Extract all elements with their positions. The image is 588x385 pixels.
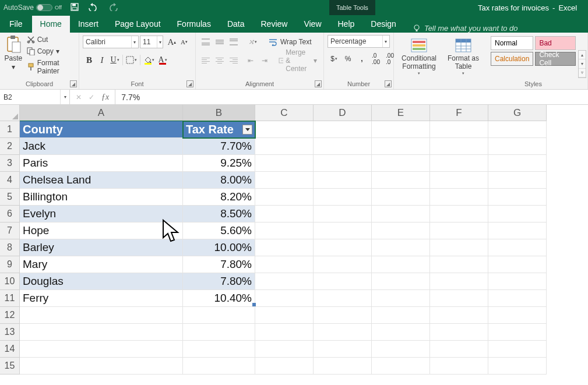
cell-G9[interactable] <box>488 256 547 273</box>
cell-G2[interactable] <box>488 138 547 155</box>
cell-G4[interactable] <box>488 172 547 189</box>
chevron-down-icon[interactable]: ▾ <box>157 36 163 48</box>
cell-A14[interactable] <box>20 341 183 358</box>
cell-G10[interactable] <box>488 273 547 290</box>
cell-C15[interactable] <box>255 358 314 375</box>
row-header-10[interactable]: 10 <box>0 273 20 290</box>
column-header-C[interactable]: C <box>255 105 314 121</box>
cell-F2[interactable] <box>430 138 488 155</box>
cell-A7[interactable]: Hope <box>20 222 183 239</box>
tab-data[interactable]: Data <box>219 16 253 33</box>
row-header-3[interactable]: 3 <box>0 155 20 172</box>
cell-E13[interactable] <box>372 324 430 341</box>
cell-F10[interactable] <box>430 273 488 290</box>
font-size-input[interactable] <box>140 38 157 46</box>
cell-B6[interactable]: 8.50% <box>183 206 255 222</box>
bold-button[interactable]: B <box>83 54 96 66</box>
style-normal[interactable]: Normal <box>491 36 533 50</box>
cell-A5[interactable]: Billington <box>20 189 183 206</box>
cell-F4[interactable] <box>430 172 488 189</box>
conditional-formatting-button[interactable]: Conditional Formatting▾ <box>397 35 441 76</box>
tab-view[interactable]: View <box>295 16 329 33</box>
cell-F7[interactable] <box>430 222 488 239</box>
row-header-11[interactable]: 11 <box>0 290 20 307</box>
column-header-G[interactable]: G <box>488 105 547 121</box>
cell-C1[interactable] <box>255 121 314 138</box>
cell-C4[interactable] <box>255 172 314 189</box>
align-top-button[interactable] <box>199 36 212 48</box>
cell-B15[interactable] <box>183 358 255 375</box>
cell-A8[interactable]: Barley <box>20 239 183 256</box>
cell-B7[interactable]: 5.60% <box>183 222 255 239</box>
cell-C14[interactable] <box>255 341 314 358</box>
cell-C3[interactable] <box>255 155 314 172</box>
cell-E2[interactable] <box>372 138 430 155</box>
name-box[interactable]: ▾ <box>0 90 70 104</box>
cell-A6[interactable]: Evelyn <box>20 206 183 222</box>
row-header-12[interactable]: 12 <box>0 307 20 324</box>
cell-G15[interactable] <box>488 358 547 375</box>
autosave-toggle[interactable]: AutoSave Off <box>3 3 62 12</box>
cell-F1[interactable] <box>430 121 488 138</box>
chevron-down-icon[interactable]: ▾ <box>131 36 138 48</box>
cell-E9[interactable] <box>372 256 430 273</box>
cell-F6[interactable] <box>430 206 488 222</box>
borders-button[interactable]: ▾ <box>124 54 139 66</box>
cell-A15[interactable] <box>20 358 183 375</box>
cell-A11[interactable]: Ferry <box>20 290 183 307</box>
cell-G8[interactable] <box>488 239 547 256</box>
formula-input[interactable] <box>115 90 588 104</box>
cell-G6[interactable] <box>488 206 547 222</box>
cell-G12[interactable] <box>488 307 547 324</box>
cell-D2[interactable] <box>314 138 372 155</box>
redo-button[interactable] <box>107 3 119 13</box>
select-all-triangle[interactable] <box>0 105 20 121</box>
row-header-2[interactable]: 2 <box>0 138 20 155</box>
align-bottom-button[interactable] <box>227 36 240 48</box>
tell-me-search[interactable]: Tell me what you want to do <box>413 24 518 33</box>
align-middle-button[interactable] <box>213 36 226 48</box>
cell-E12[interactable] <box>372 307 430 324</box>
number-format-combo[interactable]: ▾ <box>328 35 390 48</box>
cancel-formula-icon[interactable]: ✕ <box>76 93 82 101</box>
cell-C13[interactable] <box>255 324 314 341</box>
cell-A1[interactable]: County <box>20 121 183 138</box>
row-header-4[interactable]: 4 <box>0 172 20 189</box>
cell-A4[interactable]: Chelsea Land <box>20 172 183 189</box>
cut-button[interactable]: Cut <box>26 35 75 44</box>
cell-B2[interactable]: 7.70% <box>183 138 255 155</box>
fx-icon[interactable]: ƒx <box>101 93 109 102</box>
cell-F8[interactable] <box>430 239 488 256</box>
row-header-8[interactable]: 8 <box>0 239 20 256</box>
cell-C7[interactable] <box>255 222 314 239</box>
tab-page-layout[interactable]: Page Layout <box>107 16 169 33</box>
cell-D5[interactable] <box>314 189 372 206</box>
row-header-13[interactable]: 13 <box>0 324 20 341</box>
chevron-down-icon[interactable]: ▾ <box>60 90 69 104</box>
column-header-F[interactable]: F <box>430 105 488 121</box>
column-header-B[interactable]: B <box>183 105 255 121</box>
cell-G1[interactable] <box>488 121 547 138</box>
style-calculation[interactable]: Calculation <box>491 52 533 66</box>
cell-D10[interactable] <box>314 273 372 290</box>
cell-B9[interactable]: 7.80% <box>183 256 255 273</box>
cell-B11[interactable]: 10.40% <box>183 290 255 307</box>
wrap-text-button[interactable]: Wrap Text <box>266 35 315 49</box>
cell-E6[interactable] <box>372 206 430 222</box>
chevron-down-icon[interactable]: ▾ <box>382 36 389 47</box>
row-header-15[interactable]: 15 <box>0 358 20 375</box>
save-icon[interactable] <box>70 2 79 13</box>
style-bad[interactable]: Bad <box>535 36 576 50</box>
table-resize-handle[interactable] <box>252 303 256 306</box>
cell-F11[interactable] <box>430 290 488 307</box>
cell-G5[interactable] <box>488 189 547 206</box>
name-box-input[interactable] <box>0 93 60 101</box>
cell-C2[interactable] <box>255 138 314 155</box>
font-color-button[interactable]: A ▾ <box>156 54 169 66</box>
orientation-button[interactable]: ⤭▾ <box>246 36 259 48</box>
cell-D14[interactable] <box>314 341 372 358</box>
row-header-14[interactable]: 14 <box>0 341 20 358</box>
cell-D4[interactable] <box>314 172 372 189</box>
row-header-9[interactable]: 9 <box>0 256 20 273</box>
cell-G11[interactable] <box>488 290 547 307</box>
